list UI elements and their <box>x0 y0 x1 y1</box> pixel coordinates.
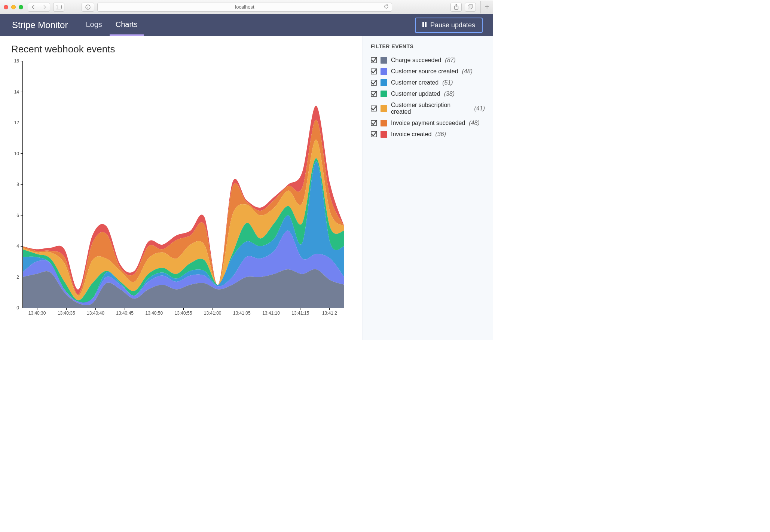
filter-list: Charge succeeded (87) Customer source cr… <box>371 55 485 140</box>
x-tick-label: 13:41:15 <box>291 311 309 316</box>
filter-item-label: Invoice payment succeeded <box>391 120 465 126</box>
browser-chrome: localhost + <box>0 0 493 14</box>
nav-tabs: LogsCharts <box>80 14 143 36</box>
chart-title: Recent webhook events <box>11 43 359 55</box>
filter-item-label: Customer source created <box>391 68 458 75</box>
webhook-events-chart: 024681012141613:40:3013:40:3513:40:4013:… <box>11 57 348 319</box>
series-swatch <box>381 91 387 97</box>
series-swatch <box>381 79 387 86</box>
filter-item-4[interactable]: Customer subscription created (41) <box>371 100 485 117</box>
y-tick-label: 8 <box>16 182 19 187</box>
filter-item-count: (51) <box>442 79 453 86</box>
pause-updates-button[interactable]: Pause updates <box>415 18 483 33</box>
new-tab-button[interactable]: + <box>480 1 493 13</box>
filter-heading: Filter events <box>371 43 485 49</box>
y-tick-label: 6 <box>16 213 19 218</box>
address-bar-text: localhost <box>235 4 254 10</box>
share-button[interactable] <box>450 3 462 12</box>
x-tick-label: 13:40:30 <box>28 311 46 316</box>
filter-item-count: (41) <box>474 105 485 112</box>
series-swatch <box>381 57 387 64</box>
reload-button[interactable] <box>384 4 389 10</box>
checkbox-checked-icon <box>371 91 377 97</box>
checkbox-checked-icon <box>371 106 377 111</box>
plus-icon: + <box>485 3 489 11</box>
checkbox-checked-icon <box>371 68 377 74</box>
tabs-icon <box>468 4 473 9</box>
address-bar[interactable]: localhost <box>97 3 392 12</box>
chevron-left-icon <box>31 5 35 9</box>
app-header: Stripe Monitor LogsCharts Pause updates <box>0 14 493 36</box>
filter-item-3[interactable]: Customer updated (38) <box>371 88 485 100</box>
filter-item-count: (48) <box>462 68 473 75</box>
checkbox-checked-icon <box>371 80 377 86</box>
filter-item-0[interactable]: Charge succeeded (87) <box>371 55 485 66</box>
x-tick-label: 13:41:2 <box>322 311 337 316</box>
x-tick-label: 13:40:45 <box>116 311 134 316</box>
pause-updates-label: Pause updates <box>430 21 475 29</box>
y-tick-label: 0 <box>16 305 19 311</box>
sidebar-toggle-button[interactable] <box>53 3 64 12</box>
filter-item-6[interactable]: Invoice created (36) <box>371 129 485 140</box>
series-swatch <box>381 68 387 75</box>
tabs-button[interactable] <box>465 3 476 12</box>
app-title: Stripe Monitor <box>12 20 68 30</box>
chart-pane: Recent webhook events 024681012141613:40… <box>0 36 362 340</box>
y-tick-label: 14 <box>14 89 19 95</box>
filter-panel: Filter events Charge succeeded (87) Cust… <box>362 36 493 340</box>
filter-item-5[interactable]: Invoice payment succeeded (48) <box>371 117 485 129</box>
filter-item-label: Customer updated <box>391 91 440 97</box>
pause-icon <box>422 21 427 29</box>
share-icon <box>454 4 459 10</box>
nav-tab-logs[interactable]: Logs <box>80 14 108 36</box>
filter-item-label: Customer subscription created <box>391 102 471 115</box>
x-tick-label: 13:40:50 <box>145 311 163 316</box>
filter-item-count: (48) <box>469 120 479 126</box>
info-icon <box>85 4 91 10</box>
reader-content-button[interactable] <box>82 3 94 12</box>
filter-item-count: (38) <box>444 91 455 97</box>
sidebar-icon <box>56 5 62 9</box>
checkbox-checked-icon <box>371 131 377 137</box>
y-tick-label: 4 <box>16 244 19 249</box>
reload-icon <box>384 4 389 9</box>
checkbox-checked-icon <box>371 57 377 63</box>
y-tick-label: 12 <box>14 120 19 125</box>
y-tick-label: 10 <box>14 151 19 156</box>
filter-item-2[interactable]: Customer created (51) <box>371 77 485 88</box>
window-controls <box>4 5 23 9</box>
y-axis: 0246810121416 <box>14 58 22 311</box>
x-tick-label: 13:40:40 <box>87 311 104 316</box>
y-tick-label: 16 <box>14 58 19 64</box>
filter-item-count: (36) <box>436 131 446 138</box>
svg-rect-0 <box>56 5 62 9</box>
svg-rect-4 <box>88 7 88 9</box>
filter-item-label: Charge succeeded <box>391 57 441 64</box>
y-tick-label: 2 <box>16 275 19 280</box>
zoom-window-button[interactable] <box>19 5 23 9</box>
x-tick-label: 13:41:05 <box>233 311 251 316</box>
x-tick-label: 13:40:35 <box>58 311 75 316</box>
x-axis: 13:40:3013:40:3513:40:4013:40:4513:40:50… <box>22 308 344 316</box>
chevron-right-icon <box>43 5 46 9</box>
close-window-button[interactable] <box>4 5 8 9</box>
x-tick-label: 13:40:55 <box>175 311 192 316</box>
x-tick-label: 13:41:00 <box>204 311 221 316</box>
svg-point-3 <box>88 6 88 6</box>
filter-item-label: Customer created <box>391 79 439 86</box>
filter-item-1[interactable]: Customer source created (48) <box>371 66 485 77</box>
filter-item-label: Invoice created <box>391 131 432 138</box>
forward-button[interactable] <box>39 5 50 9</box>
filter-item-count: (87) <box>445 57 455 64</box>
series-swatch <box>381 105 387 112</box>
x-tick-label: 13:41:10 <box>262 311 280 316</box>
svg-rect-8 <box>469 5 473 8</box>
minimize-window-button[interactable] <box>11 5 16 9</box>
series-swatch <box>381 131 387 138</box>
nav-back-forward <box>28 3 50 12</box>
checkbox-checked-icon <box>371 120 377 126</box>
back-button[interactable] <box>28 5 39 9</box>
series-swatch <box>381 120 387 126</box>
nav-tab-charts[interactable]: Charts <box>110 14 144 36</box>
